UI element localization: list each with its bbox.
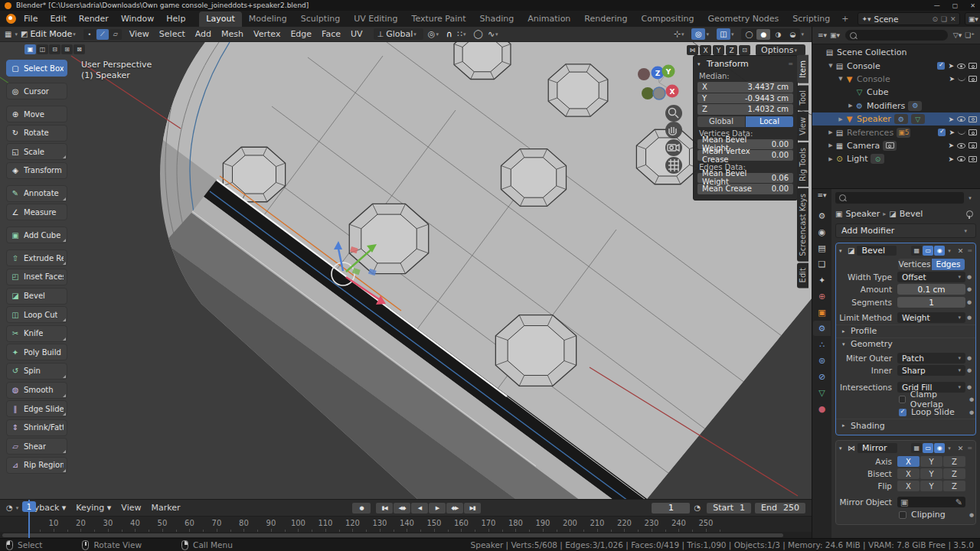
mirror-modifier-header[interactable]: ▾ ⋈ Mirror ▦ ▭ ◉ ▾ ✕ ≡: [836, 441, 975, 455]
mirror-y-button[interactable]: Y: [713, 45, 724, 55]
animate-dot[interactable]: ●: [968, 512, 975, 518]
render-toggle[interactable]: ◉: [934, 443, 945, 453]
stopwatch-icon[interactable]: ◔: [694, 504, 701, 512]
expander-icon[interactable]: ▶: [827, 142, 835, 148]
sidebar-tab-item[interactable]: Item: [797, 55, 808, 83]
menu-window[interactable]: Window: [121, 14, 154, 24]
axis-y-button[interactable]: Y: [920, 456, 942, 467]
properties-tab-tool[interactable]: ⚙: [813, 208, 831, 223]
current-frame-field[interactable]: 1: [652, 503, 690, 514]
affect-edges-button[interactable]: Edges: [932, 259, 965, 270]
animate-dot[interactable]: ●: [965, 355, 973, 361]
tool-shear[interactable]: ▱Shear: [6, 438, 67, 455]
mirror-object-field[interactable]: ▣✎: [897, 497, 965, 507]
shading-wireframe-button[interactable]: ◯: [742, 29, 756, 40]
viewport-menu-vertex[interactable]: Vertex: [253, 29, 280, 39]
add-workspace-button[interactable]: +: [837, 14, 853, 24]
camera-icon[interactable]: [969, 63, 977, 69]
modifier-extras-dropdown[interactable]: ▾: [948, 445, 951, 452]
previous-keyframe-button[interactable]: ◀◆: [394, 503, 410, 514]
edge-mean-bevel-weight-field[interactable]: Mean Bevel Weight0.06: [697, 173, 793, 184]
outliner-row-console[interactable]: ▼▤Console➤: [812, 59, 980, 72]
tool-loop-cut[interactable]: ◫Loop Cut: [6, 306, 67, 323]
properties-tab-material[interactable]: ●: [813, 401, 831, 416]
tool-knife[interactable]: ✂Knife: [6, 325, 67, 342]
tool-inset-faces[interactable]: ◰Inset Faces: [6, 269, 67, 285]
edge-mean-crease-field[interactable]: Mean Crease0.00: [697, 184, 793, 194]
snap-target-dropdown[interactable]: ∷▾: [457, 29, 469, 39]
flip-x-button[interactable]: X: [897, 481, 920, 491]
pointer-icon[interactable]: ➤: [948, 62, 954, 70]
axis-x-button[interactable]: X: [897, 456, 920, 467]
tool-add-cube[interactable]: ▣Add Cube: [6, 227, 67, 243]
new-scene-button[interactable]: ❏: [941, 15, 947, 23]
menu-help[interactable]: Help: [166, 14, 185, 24]
camera-icon[interactable]: [969, 142, 977, 148]
expander-icon[interactable]: ▼: [837, 76, 844, 82]
display-mode-icon[interactable]: ▣▾: [830, 31, 840, 39]
pointer-icon[interactable]: ➤: [948, 155, 954, 163]
outliner-row-references[interactable]: ▶▤References▣5➤: [812, 126, 980, 139]
expander-icon[interactable]: ▶: [847, 103, 854, 109]
limit-method-dropdown[interactable]: Weight▾: [897, 312, 965, 323]
median-x-field[interactable]: X3.4437 cm: [697, 82, 793, 93]
snap-toggle[interactable]: ∩: [446, 29, 452, 39]
menu-render[interactable]: Render: [79, 14, 109, 24]
menu-file[interactable]: File: [24, 14, 38, 24]
viewport-menu-uv[interactable]: UV: [351, 29, 363, 39]
tool-transform[interactable]: ◈Transform: [6, 162, 67, 179]
outliner-row-speaker[interactable]: ▶▼Speaker⚙▽➤: [812, 112, 980, 126]
shading-dropdown[interactable]: ▾: [801, 31, 804, 37]
workspace-tab-scripting[interactable]: Scripting: [786, 11, 837, 27]
loop-slide-checkbox[interactable]: [899, 409, 906, 416]
properties-editor-icon[interactable]: ≡▾: [817, 191, 826, 205]
menu-edit[interactable]: Edit: [50, 14, 66, 24]
timeline-ruler[interactable]: 1020304050607080901001101201301401501601…: [0, 516, 812, 532]
properties-tab-physics[interactable]: ⊚: [813, 353, 831, 368]
play-reverse-button[interactable]: ◀: [411, 503, 428, 514]
workspace-tab-layout[interactable]: Layout: [199, 11, 241, 27]
gizmos-dropdown[interactable]: ⊹▾: [674, 29, 688, 39]
checkbox-icon[interactable]: [937, 62, 945, 70]
outliner-row-light[interactable]: ▶⊙Light⊙➤: [812, 152, 980, 165]
tweak-mode-extend-button[interactable]: ◫: [37, 44, 48, 54]
delete-modifier-button[interactable]: ✕: [958, 247, 964, 255]
bisect-x-button[interactable]: X: [897, 468, 920, 479]
workspace-tab-animation[interactable]: Animation: [521, 11, 577, 27]
properties-tab-viewlayer[interactable]: ❏: [813, 256, 831, 272]
local-space-button[interactable]: Local: [746, 116, 793, 127]
properties-tab-constraints[interactable]: ⊘: [813, 369, 831, 384]
properties-tab-scene[interactable]: ✦: [813, 272, 831, 288]
timeline-editor-icon[interactable]: ◔: [6, 504, 13, 512]
properties-tab-output[interactable]: ▤: [813, 240, 831, 256]
viewlayer-selector[interactable]: ▣▾ ViewLayer ❏ ✕: [965, 12, 980, 25]
median-z-field[interactable]: Z1.4032 cm: [697, 104, 793, 115]
tool-edge-slide[interactable]: ∥Edge Slide: [6, 400, 67, 417]
end-frame-field[interactable]: End250: [755, 503, 805, 514]
profile-subpanel[interactable]: ▸Profile: [836, 324, 975, 337]
shading-subpanel[interactable]: ▸Shading: [836, 419, 975, 432]
camera-icon[interactable]: [969, 129, 977, 135]
eye-icon[interactable]: [957, 116, 965, 122]
filter-icon[interactable]: ▽▾: [953, 31, 962, 39]
vertex-select-mode-button[interactable]: ∙: [83, 29, 96, 40]
tweak-mode-subtract-button[interactable]: ⊟: [49, 44, 60, 54]
eye-icon[interactable]: [957, 64, 965, 69]
tool-annotate[interactable]: ✎Annotate: [6, 185, 67, 202]
realtime-toggle[interactable]: ▭: [923, 443, 933, 453]
viewport-menu-edge[interactable]: Edge: [290, 29, 312, 39]
workspace-tab-geometry-nodes[interactable]: Geometry Nodes: [701, 11, 786, 27]
timeline-menu-keying[interactable]: Keying ▾: [76, 503, 111, 513]
workspace-tab-texture-paint[interactable]: Texture Paint: [405, 11, 473, 27]
outliner-search-input[interactable]: [845, 30, 948, 41]
camera-icon[interactable]: [969, 76, 977, 82]
tool-select-box[interactable]: ▢Select Box: [6, 60, 67, 77]
play-button[interactable]: ▶: [429, 503, 446, 514]
next-keyframe-button[interactable]: ◆▶: [446, 503, 463, 514]
mode-dropdown[interactable]: ◩ Edit Mode ▾: [21, 29, 79, 39]
affect-vertices-button[interactable]: Vertices: [898, 259, 931, 270]
modifier-extras-dropdown[interactable]: ▾: [948, 248, 951, 254]
properties-filter-dropdown[interactable]: ▾: [964, 195, 976, 201]
unlink-scene-button[interactable]: ✕: [950, 15, 956, 23]
tool-spin[interactable]: ↺Spin: [6, 363, 67, 380]
